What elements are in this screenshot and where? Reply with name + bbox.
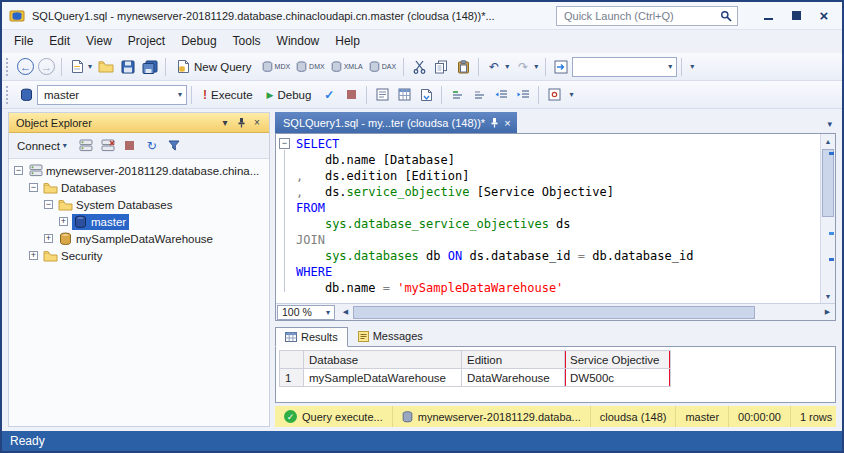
editor-horizontal-scrollbar[interactable]: ◀ ▶: [338, 304, 835, 321]
toolbar-grip[interactable]: [6, 86, 11, 104]
undo-icon[interactable]: ↶: [483, 56, 505, 78]
grid-cell-datawarehouse[interactable]: DataWarehouse: [462, 369, 565, 387]
increase-indent-icon[interactable]: [512, 84, 534, 106]
document-tab[interactable]: SQLQuery1.sql - my...ter (cloudsa (148))…: [275, 112, 517, 133]
zoom-selector[interactable]: 100 % ▾: [277, 305, 335, 320]
menu-window[interactable]: Window: [269, 30, 328, 53]
column-header-edition[interactable]: Edition: [462, 351, 565, 369]
tree-item-security[interactable]: +Security: [9, 247, 269, 264]
scroll-down-icon[interactable]: ▼: [821, 289, 835, 303]
new-file-icon[interactable]: [66, 56, 88, 78]
results-to-text-icon[interactable]: [371, 84, 393, 106]
paste-icon[interactable]: [452, 56, 474, 78]
column-header-service-objective[interactable]: Service Objective: [565, 351, 671, 369]
query-options-icon[interactable]: [543, 84, 565, 106]
disconnect-server-icon[interactable]: [98, 136, 118, 156]
tree-item-databases[interactable]: −Databases: [9, 179, 269, 196]
navigate-forward-icon[interactable]: →: [38, 58, 55, 75]
grid-cell-dw500c[interactable]: DW500c: [565, 369, 671, 387]
open-file-icon[interactable]: [95, 56, 117, 78]
row-header[interactable]: 1: [280, 369, 304, 387]
menu-view[interactable]: View: [78, 30, 120, 53]
undo-dropdown-icon[interactable]: ▾: [505, 62, 512, 71]
menu-tools[interactable]: Tools: [225, 30, 269, 53]
scroll-left-icon[interactable]: ◀: [338, 308, 353, 316]
window-position-icon[interactable]: ▾: [217, 115, 233, 131]
mdx-query-icon[interactable]: MDX: [259, 61, 294, 73]
dax-query-icon[interactable]: DAX: [366, 61, 399, 73]
filter-icon[interactable]: [164, 136, 184, 156]
navigate-to-icon[interactable]: [550, 56, 572, 78]
editor-vertical-scrollbar[interactable]: ▲ ▼: [820, 134, 835, 303]
results-to-file-icon[interactable]: [415, 84, 437, 106]
tab-results[interactable]: Results: [275, 327, 348, 347]
collapse-icon[interactable]: −: [29, 183, 38, 192]
menu-help[interactable]: Help: [327, 30, 368, 53]
code-area[interactable]: SELECT db.name [Database], ds.edition [E…: [292, 134, 820, 303]
connect-database-icon[interactable]: [15, 84, 37, 106]
execute-button[interactable]: ! Execute: [196, 84, 260, 106]
close-tab-icon[interactable]: ×: [504, 117, 510, 129]
minimize-button[interactable]: [754, 5, 782, 27]
cut-icon[interactable]: [408, 56, 430, 78]
menu-project[interactable]: Project: [120, 30, 173, 53]
scrollbar-thumb[interactable]: [822, 149, 834, 217]
menu-file[interactable]: File: [6, 30, 41, 53]
menu-edit[interactable]: Edit: [41, 30, 78, 53]
copy-icon[interactable]: [430, 56, 452, 78]
toolbar-overflow-icon[interactable]: ▾: [565, 90, 577, 99]
uncomment-icon[interactable]: [468, 84, 490, 106]
available-databases-combo[interactable]: master ▾: [37, 85, 187, 105]
connect-server-icon[interactable]: [76, 136, 96, 156]
collapse-region-icon[interactable]: −: [279, 138, 290, 149]
new-file-dropdown-icon[interactable]: ▾: [88, 62, 95, 71]
redo-dropdown-icon[interactable]: ▾: [534, 62, 541, 71]
parse-icon[interactable]: ✓: [318, 84, 340, 106]
expand-icon[interactable]: +: [59, 217, 68, 226]
decrease-indent-icon[interactable]: [490, 84, 512, 106]
stop-icon[interactable]: [120, 136, 140, 156]
redo-icon[interactable]: ↷: [512, 56, 534, 78]
connect-button[interactable]: Connect ▾: [13, 136, 74, 156]
cancel-query-icon[interactable]: [340, 84, 362, 106]
toolbar-grip[interactable]: [6, 58, 11, 76]
debug-button[interactable]: ▶ Debug: [260, 84, 319, 106]
collapse-icon[interactable]: −: [14, 166, 23, 175]
scrollbar-thumb[interactable]: [353, 306, 755, 319]
column-header-database[interactable]: Database: [304, 351, 462, 369]
maximize-button[interactable]: [782, 5, 810, 27]
tree-item-system-databases[interactable]: −System Databases: [9, 196, 269, 213]
sql-editor[interactable]: − SELECT db.name [Database], ds.edition …: [276, 134, 835, 303]
tree-item-mynewserver-20181129-database-china[interactable]: −mynewserver-20181129.database.china...: [9, 162, 269, 179]
close-button[interactable]: ×: [810, 5, 838, 27]
scrollbar-track[interactable]: [821, 148, 835, 289]
quick-launch-box[interactable]: Quick Launch (Ctrl+Q): [556, 6, 738, 26]
save-icon[interactable]: [117, 56, 139, 78]
comment-icon[interactable]: [446, 84, 468, 106]
expand-icon[interactable]: +: [29, 251, 38, 260]
dmx-query-icon[interactable]: DMX: [293, 61, 328, 73]
scroll-right-icon[interactable]: ▶: [820, 308, 835, 316]
pin-tab-icon[interactable]: [490, 117, 499, 128]
navigate-back-icon[interactable]: ←: [17, 58, 34, 75]
find-combo[interactable]: ▾: [572, 57, 677, 77]
menu-debug[interactable]: Debug: [173, 30, 224, 53]
tree-item-master[interactable]: +master: [9, 213, 269, 230]
scrollbar-track[interactable]: [353, 305, 820, 320]
object-explorer-header[interactable]: Object Explorer ▾ ×: [9, 113, 269, 133]
scroll-up-icon[interactable]: ▲: [821, 134, 835, 148]
save-all-icon[interactable]: [139, 56, 161, 78]
grid-cell-mysampledatawarehouse[interactable]: mySampleDataWarehouse: [304, 369, 462, 387]
expand-icon[interactable]: +: [44, 234, 53, 243]
active-files-dropdown-icon[interactable]: ▾: [823, 119, 836, 133]
new-query-button[interactable]: New Query: [170, 56, 259, 78]
toolbar-overflow-icon[interactable]: ▾: [686, 62, 698, 71]
close-panel-icon[interactable]: ×: [249, 115, 265, 131]
tab-messages[interactable]: Messages: [348, 326, 433, 346]
pin-icon[interactable]: [233, 115, 249, 131]
xmla-query-icon[interactable]: XMLA: [328, 61, 366, 73]
refresh-icon[interactable]: ↻: [142, 136, 162, 156]
tree-item-mysampledatawarehouse[interactable]: +mySampleDataWarehouse: [9, 230, 269, 247]
results-to-grid-icon[interactable]: [393, 84, 415, 106]
collapse-icon[interactable]: −: [44, 200, 53, 209]
